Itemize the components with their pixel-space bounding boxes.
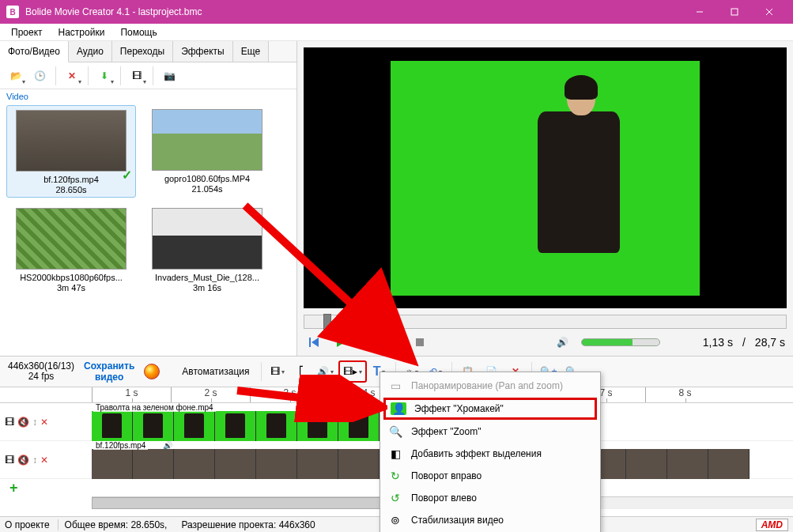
volume-slider[interactable]	[581, 338, 660, 346]
media-duration: 3m 16s	[145, 283, 270, 292]
film-strip-icon: 🎞	[270, 366, 280, 377]
rotate-right-icon: ↻	[387, 469, 403, 483]
svg-rect-4	[309, 338, 311, 347]
menu-settings[interactable]: Настройки	[51, 25, 113, 40]
person-figure	[514, 79, 632, 281]
ruler-tick: 8 s	[645, 387, 724, 402]
dropdown-label: Панорамирование (Pan and zoom)	[411, 380, 563, 391]
tab-photo-video[interactable]: Фото/Видео	[0, 41, 69, 62]
record-button[interactable]	[141, 360, 163, 383]
window-title: Bolide Movie Creator 4.1 - lastproject.b…	[25, 6, 682, 17]
track-header: 🎞 🔇 ↕ ✕	[0, 403, 92, 440]
preview-panel: 🔊 1,13 s / 28,7 s	[297, 41, 793, 356]
tab-audio[interactable]: Аудио	[69, 41, 112, 62]
dropdown-label: Эффект "Zoom"	[411, 426, 481, 437]
crop-button[interactable]: ⎡	[290, 360, 312, 383]
dropdown-item-rotate-right[interactable]: ↻ Поворот вправо	[383, 465, 598, 487]
dropdown-item-zoom[interactable]: 🔍 Эффект "Zoom"	[383, 421, 598, 443]
separator	[261, 362, 262, 381]
time-current: 1,13 s	[703, 336, 733, 349]
clip-label: Траволта на зеленом фоне.mp4	[93, 403, 216, 412]
stop-button[interactable]	[411, 334, 429, 351]
media-duration: 21.054s	[145, 184, 270, 194]
dropdown-item-chromakey[interactable]: 👤 Эффект "Хромакей"	[383, 398, 597, 420]
time-sep: /	[742, 336, 746, 349]
media-item[interactable]: Invaders_Must_Die_(128... 3m 16s	[142, 204, 272, 295]
prev-frame-button[interactable]	[305, 334, 323, 351]
separator	[88, 66, 89, 85]
mute-icon[interactable]: 🔇	[17, 417, 29, 428]
delete-track-icon[interactable]: ✕	[40, 455, 48, 466]
ruler-tick: 3 s	[250, 387, 329, 402]
dropdown-item-highlight[interactable]: ◧ Добавить эффект выделения	[383, 443, 598, 465]
maximize-button[interactable]	[717, 0, 752, 24]
svg-marker-5	[312, 338, 319, 347]
close-button[interactable]	[752, 0, 787, 24]
tab-effects[interactable]: Эффекты	[173, 41, 233, 62]
highlight-icon: ◧	[387, 447, 403, 461]
menubar: Проект Настройки Помощь	[0, 24, 793, 41]
project-dims-block: 446x360(16/13) 24 fps	[5, 361, 77, 382]
dropdown-item-pan: ▭ Панорамирование (Pan and zoom)	[383, 375, 598, 397]
next-frame-button[interactable]	[359, 334, 376, 351]
trim-button[interactable]: 🎞▾	[266, 360, 289, 383]
tab-more[interactable]: Еще	[233, 41, 269, 62]
media-thumbnail	[16, 208, 127, 270]
automation-button[interactable]: Автоматизация	[176, 366, 255, 377]
webcam-icon: 📷	[164, 70, 176, 81]
menu-help[interactable]: Помощь	[112, 25, 164, 40]
lock-icon[interactable]: ↕	[32, 417, 37, 428]
delete-track-icon[interactable]: ✕	[40, 417, 48, 428]
effects-dropdown-button[interactable]: 🎞▸▾	[338, 360, 367, 383]
open-file-button[interactable]: 📂▾	[5, 65, 27, 87]
film-play-icon: 🎞▸	[343, 366, 357, 377]
media-duration: 3m 47s	[9, 283, 134, 292]
media-thumbnail	[16, 110, 127, 172]
clip-options-button[interactable]: 🎞▾	[126, 65, 148, 87]
status-about[interactable]: О проекте	[5, 519, 50, 530]
folder-icon: 📂	[10, 70, 22, 81]
media-thumbnail	[152, 208, 262, 270]
add-to-timeline-button[interactable]: ⬇▾	[93, 65, 115, 87]
audio-button[interactable]: 🔊▾	[314, 360, 337, 383]
volume-icon[interactable]: 🔊	[554, 334, 572, 351]
play-button[interactable]	[332, 334, 349, 351]
app-icon: B	[6, 6, 19, 18]
film-icon: 🎞	[132, 70, 142, 81]
media-name: gopro1080.60fps.MP4	[145, 174, 270, 184]
effects-dropdown: ▭ Панорамирование (Pan and zoom) 👤 Эффек…	[380, 372, 601, 532]
seek-thumb[interactable]	[323, 314, 331, 330]
media-grid: bf.120fps.mp4 28.650s ✓ gopro1080.60fps.…	[0, 102, 296, 356]
minimize-button[interactable]	[682, 0, 717, 24]
media-toolbar: 📂▾ 🕒 ✕▾ ⬇▾ 🎞▾ 📷	[0, 62, 296, 89]
webcam-button[interactable]: 📷	[158, 65, 180, 87]
delete-media-button[interactable]: ✕▾	[61, 65, 83, 87]
status-total-time: Общее время: 28.650s,	[58, 519, 174, 530]
lock-icon[interactable]: ↕	[32, 455, 37, 466]
media-item[interactable]: gopro1080.60fps.MP4 21.054s	[142, 105, 272, 198]
project-fps: 24 fps	[5, 372, 77, 382]
dropdown-item-rotate-left[interactable]: ↺ Поворот влево	[383, 487, 598, 509]
titlebar: B Bolide Movie Creator 4.1 - lastproject…	[0, 0, 793, 24]
amd-badge: AMD	[756, 519, 788, 531]
ruler-tick: 2 s	[171, 387, 250, 402]
media-section-label: Video	[0, 89, 296, 102]
mute-icon[interactable]: 🔇	[17, 455, 29, 466]
media-item[interactable]: HS2000kbps1080p60fps... 3m 47s	[6, 204, 136, 295]
track-header: 🎞 🔇 ↕ ✕	[0, 441, 92, 478]
separator	[153, 66, 153, 85]
film-icon: 🎞	[5, 417, 14, 428]
dropdown-item-stabilize[interactable]: ⊚ Стабилизация видео	[383, 509, 598, 531]
rotate-left-icon: ↺	[387, 491, 403, 505]
preview-seek-slider[interactable]	[304, 315, 787, 329]
recent-button[interactable]: 🕒	[28, 65, 51, 87]
menu-project[interactable]: Проект	[3, 25, 51, 40]
tab-transitions[interactable]: Переходы	[112, 41, 173, 62]
plus-icon: +	[9, 480, 18, 496]
save-video-button[interactable]: Сохранить видео	[79, 360, 139, 383]
svg-marker-6	[337, 338, 345, 347]
x-icon: ✕	[68, 70, 76, 81]
media-item[interactable]: bf.120fps.mp4 28.650s ✓	[6, 105, 136, 198]
dropdown-label: Добавить эффект выделения	[411, 448, 542, 459]
film-icon: 🎞	[5, 455, 14, 466]
